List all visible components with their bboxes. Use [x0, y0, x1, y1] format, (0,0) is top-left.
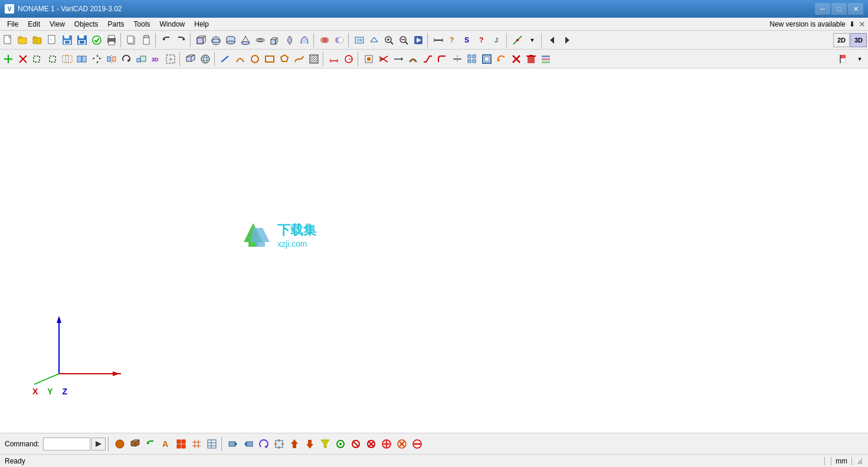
- tb-copy[interactable]: [125, 33, 139, 47]
- tb-zoom-fit[interactable]: [397, 33, 411, 47]
- btb-snap-off5[interactable]: [410, 437, 424, 451]
- tb-extend[interactable]: [391, 52, 405, 66]
- tb-chamfer[interactable]: [421, 52, 435, 66]
- tb-cylinder[interactable]: [224, 33, 238, 47]
- tb-torus[interactable]: [253, 33, 267, 47]
- tb-fillet[interactable]: [435, 52, 450, 66]
- tb-hatch[interactable]: [307, 52, 321, 66]
- tb-settings-dropdown[interactable]: ▼: [853, 52, 867, 66]
- btb-sphere[interactable]: [113, 437, 127, 451]
- command-input[interactable]: [43, 437, 90, 450]
- command-execute-button[interactable]: [91, 437, 106, 450]
- tb-union[interactable]: [317, 33, 332, 47]
- btb-grid[interactable]: [174, 437, 188, 451]
- tb-spline[interactable]: [292, 52, 306, 66]
- menu-view[interactable]: View: [45, 18, 70, 30]
- tb-check[interactable]: [90, 33, 104, 47]
- tb-open2[interactable]: ↑: [31, 33, 45, 47]
- tb-insert[interactable]: +: [163, 52, 178, 66]
- tb-view-3d[interactable]: [367, 33, 381, 47]
- tb-extrude[interactable]: [268, 33, 282, 47]
- tb-zoom-window[interactable]: [382, 33, 396, 47]
- tb-select-cross[interactable]: [1, 52, 15, 66]
- btb-arrow-out[interactable]: [226, 437, 240, 451]
- tb-line[interactable]: [218, 52, 232, 66]
- menu-help[interactable]: Help: [189, 18, 214, 30]
- canvas-area[interactable]: X Y Z 下载集 xzji.com: [0, 68, 868, 433]
- tb-info[interactable]: S: [461, 33, 475, 47]
- tb-transform-3d[interactable]: 3D: [149, 52, 163, 66]
- tb-redo[interactable]: [174, 33, 188, 47]
- tb-next[interactable]: [560, 33, 574, 47]
- btb-snap-off3[interactable]: [379, 437, 394, 451]
- btb-arrow-in[interactable]: [241, 437, 256, 451]
- btb-snap-off4[interactable]: [395, 437, 409, 451]
- btb-rotate-view[interactable]: [257, 437, 271, 451]
- tb-measure[interactable]: [431, 33, 446, 47]
- tb-sel-box[interactable]: [31, 52, 45, 66]
- minimize-button[interactable]: ─: [815, 3, 830, 15]
- tb-save-as[interactable]: +: [75, 33, 89, 47]
- new-version-close[interactable]: ✕: [859, 19, 866, 29]
- tb-cone[interactable]: [238, 33, 253, 47]
- tb-arc[interactable]: [233, 52, 247, 66]
- btb-table[interactable]: [205, 437, 219, 451]
- btb-text-a[interactable]: A: [159, 437, 173, 451]
- tb-sphere[interactable]: [209, 33, 223, 47]
- tb-scale[interactable]: [134, 52, 148, 66]
- menu-window[interactable]: Window: [155, 18, 190, 30]
- tb-rect2d[interactable]: [263, 52, 277, 66]
- maximize-button[interactable]: □: [831, 3, 847, 15]
- menu-objects[interactable]: Objects: [70, 18, 103, 30]
- btb-pan-down[interactable]: [303, 437, 317, 451]
- close-button[interactable]: ✕: [848, 3, 863, 15]
- tb-mode-3d[interactable]: 3D: [850, 33, 867, 47]
- tb-move[interactable]: [90, 52, 104, 66]
- tb-dim-linear[interactable]: [327, 52, 341, 66]
- tb-open[interactable]: [16, 33, 30, 47]
- tb-properties[interactable]: ?: [446, 33, 460, 47]
- tb-new[interactable]: [1, 33, 15, 47]
- tb-rotate[interactable]: [119, 52, 133, 66]
- tb-flag[interactable]: [838, 52, 852, 66]
- menu-tools[interactable]: Tools: [129, 18, 155, 30]
- tb-dim-radial[interactable]: [342, 52, 356, 66]
- tb-sel-all[interactable]: [60, 52, 74, 66]
- btb-snap-off2[interactable]: [364, 437, 378, 451]
- tb-render[interactable]: [411, 33, 425, 47]
- tb-view-front[interactable]: FR: [352, 33, 366, 47]
- tb-delete[interactable]: [509, 52, 523, 66]
- tb-mirror[interactable]: [104, 52, 119, 66]
- tb-trim[interactable]: [376, 52, 391, 66]
- tb-sel-box2[interactable]: [45, 52, 60, 66]
- tb-box3d[interactable]: [184, 52, 198, 66]
- btb-undo[interactable]: [143, 437, 158, 451]
- tb-circle[interactable]: [248, 52, 262, 66]
- tb-export[interactable]: ↑: [45, 33, 60, 47]
- menu-file[interactable]: File: [2, 18, 23, 30]
- tb-split[interactable]: [450, 52, 464, 66]
- tb-constraint[interactable]: [362, 52, 376, 66]
- tb-delete2[interactable]: [524, 52, 538, 66]
- menu-parts[interactable]: Parts: [103, 18, 129, 30]
- btb-cube[interactable]: [128, 437, 142, 451]
- btb-snap-on[interactable]: [333, 437, 348, 451]
- tb-prev[interactable]: [545, 33, 559, 47]
- tb-subtract[interactable]: [332, 33, 346, 47]
- tb-revolve[interactable]: [283, 33, 297, 47]
- tb-snap-dropdown[interactable]: ▼: [525, 33, 539, 47]
- menu-edit[interactable]: Edit: [23, 18, 45, 30]
- tb-sphere3d[interactable]: [198, 52, 212, 66]
- tb-deselect[interactable]: [16, 52, 30, 66]
- tb-shell[interactable]: [480, 52, 494, 66]
- tb-snap-line[interactable]: [510, 33, 525, 47]
- tb-box[interactable]: [194, 33, 208, 47]
- tb-array[interactable]: [465, 52, 479, 66]
- tb-undo-op[interactable]: [494, 52, 509, 66]
- tb-group[interactable]: [75, 52, 89, 66]
- tb-calc[interactable]: ?: [476, 33, 490, 47]
- btb-sel-filter[interactable]: [318, 437, 332, 451]
- btb-pan-up[interactable]: [287, 437, 302, 451]
- tb-paste[interactable]: [139, 33, 153, 47]
- tb-offset[interactable]: [406, 52, 420, 66]
